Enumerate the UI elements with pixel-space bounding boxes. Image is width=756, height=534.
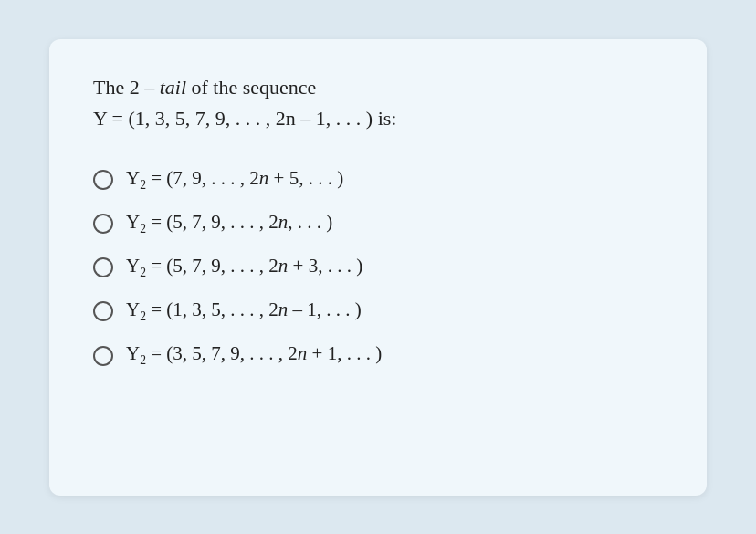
header-suffix: of the sequence	[186, 76, 316, 99]
radio-e[interactable]	[93, 346, 113, 366]
option-c[interactable]: Y2 = (5, 7, 9, . . . , 2n + 3, . . . )	[93, 249, 663, 286]
header-line2: Y = (1, 3, 5, 7, 9, . . . , 2n – 1, . . …	[93, 107, 396, 130]
option-e-text: Y2 = (3, 5, 7, 9, . . . , 2n + 1, . . . …	[126, 342, 382, 368]
options-list: Y2 = (7, 9, . . . , 2n + 5, . . . ) Y2 =…	[93, 162, 663, 374]
option-d-text: Y2 = (1, 3, 5, . . . , 2n – 1, . . . )	[126, 298, 362, 324]
header-line1: The 2 – tail of the sequence	[93, 76, 316, 99]
option-b[interactable]: Y2 = (5, 7, 9, . . . , 2n, . . . )	[93, 205, 663, 242]
option-c-text: Y2 = (5, 7, 9, . . . , 2n + 3, . . . )	[126, 255, 362, 280]
header-prefix: The 2 –	[93, 76, 160, 99]
option-a-text: Y2 = (7, 9, . . . , 2n + 5, . . . )	[126, 167, 343, 193]
option-b-text: Y2 = (5, 7, 9, . . . , 2n, . . . )	[126, 211, 332, 236]
option-d[interactable]: Y2 = (1, 3, 5, . . . , 2n – 1, . . . )	[93, 293, 663, 330]
radio-b[interactable]	[93, 214, 113, 234]
radio-a[interactable]	[93, 170, 113, 190]
option-e[interactable]: Y2 = (3, 5, 7, 9, . . . , 2n + 1, . . . …	[93, 337, 663, 373]
option-a[interactable]: Y2 = (7, 9, . . . , 2n + 5, . . . )	[93, 162, 663, 198]
header-italic: tail	[160, 76, 186, 99]
radio-d[interactable]	[93, 301, 113, 321]
radio-c[interactable]	[93, 257, 113, 277]
question-header: The 2 – tail of the sequence Y = (1, 3, …	[93, 72, 663, 134]
question-card: The 2 – tail of the sequence Y = (1, 3, …	[49, 39, 707, 496]
